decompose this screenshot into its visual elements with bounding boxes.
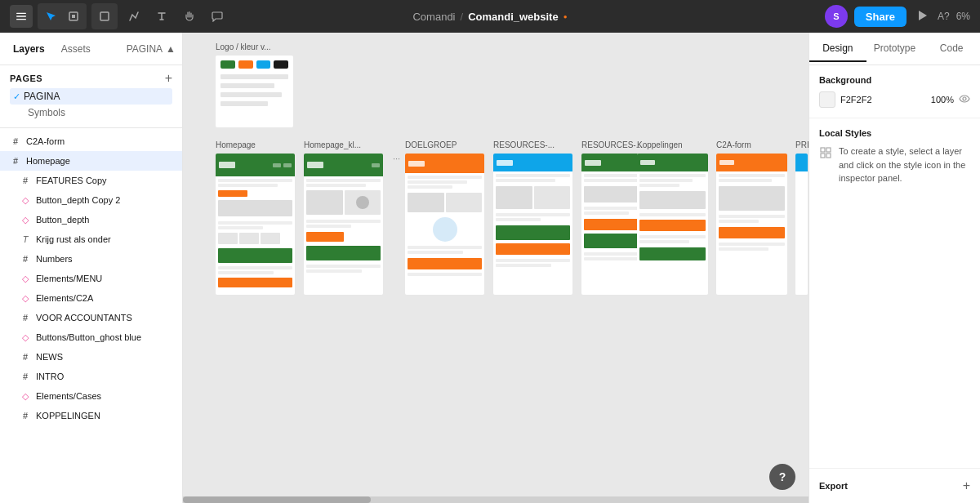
layer-button-ghost[interactable]: ◇ Buttons/Button_ghost blue <box>0 327 182 347</box>
pages-header: Pages + <box>10 72 172 85</box>
bg-color-swatch[interactable] <box>819 91 835 108</box>
frame-tool[interactable] <box>93 5 116 28</box>
pages-section: Pages + ✓ PAGINA Symbols <box>0 65 182 128</box>
frame-icon: # <box>10 156 21 166</box>
layer-label-news: NEWS <box>36 352 63 362</box>
diamond-icon: ◇ <box>20 332 31 343</box>
draw-tool[interactable] <box>122 5 145 28</box>
layer-label-menu: Elements/MENU <box>36 274 102 283</box>
layer-elements-menu[interactable]: ◇ Elements/MENU <box>0 269 182 288</box>
help-button[interactable]: ? <box>769 464 795 490</box>
style-hint-icon <box>819 146 832 185</box>
canvas-scrollbar-thumb <box>183 496 371 503</box>
left-panel: Layers Assets PAGINA ▲ Pages + ✓ PAGINA … <box>0 33 183 503</box>
frame-resources1[interactable] <box>493 154 572 295</box>
page-selector[interactable]: PAGINA ▲ <box>127 43 176 55</box>
layer-button-depth[interactable]: ◇ Button_depth <box>0 210 182 229</box>
layer-label-elemsc2a: Elements/C2A <box>36 293 93 303</box>
frame-homepage-kl[interactable] <box>304 154 383 295</box>
diamond-icon: ◇ <box>20 391 31 402</box>
frame-koppelingen-canvas[interactable] <box>637 154 708 295</box>
tab-code[interactable]: Code <box>923 36 980 62</box>
right-tabs: Design Prototype Code <box>809 33 980 65</box>
frame-label-resources1: RESOURCES-... <box>493 139 555 150</box>
layer-label-homepage: Homepage <box>26 156 70 166</box>
local-styles-hint: To create a style, select a layer and cl… <box>819 145 970 185</box>
slash: / <box>461 11 464 23</box>
visibility-toggle[interactable] <box>959 93 970 107</box>
diamond-icon: ◇ <box>20 215 31 225</box>
frame-logo[interactable] <box>216 56 293 127</box>
frame-pric[interactable] <box>795 154 808 295</box>
tab-prototype[interactable]: Prototype <box>866 36 924 62</box>
layer-intro[interactable]: # INTRO <box>0 367 182 386</box>
aa-label: A? <box>938 11 950 22</box>
layer-label-ghost: Buttons/Button_ghost blue <box>36 332 141 342</box>
frame-c2a-canvas[interactable] <box>716 154 787 295</box>
layer-label-btndepth: Button_depth <box>36 215 89 225</box>
scale-tool[interactable] <box>62 5 85 28</box>
add-page-button[interactable]: + <box>165 72 172 85</box>
page-item-symbols[interactable]: Symbols <box>10 105 172 121</box>
frame-homepage[interactable] <box>216 154 295 295</box>
frame-label-logo: Logo / kleur v... <box>216 41 271 52</box>
svg-rect-9 <box>826 148 831 152</box>
share-button[interactable]: Share <box>854 7 906 27</box>
frame-label-homepage-kl: Homepage_kl... <box>304 139 361 150</box>
layer-homepage[interactable]: # Homepage <box>0 151 182 171</box>
frame-label-koppelingen-canvas: Koppelingen <box>637 139 683 150</box>
play-button[interactable] <box>913 7 931 27</box>
tab-design[interactable]: Design <box>809 36 866 62</box>
layer-label-numbers: Numbers <box>36 254 73 264</box>
export-add-button[interactable]: + <box>963 479 970 493</box>
move-tool[interactable] <box>39 5 62 28</box>
background-section: Background F2F2F2 100% <box>809 65 980 118</box>
text-tool[interactable] <box>150 5 173 28</box>
menu-button[interactable] <box>10 5 33 28</box>
layer-elements-c2a[interactable]: ◇ Elements/C2A <box>0 288 182 308</box>
pages-title: Pages <box>10 73 42 83</box>
layer-c2a-form[interactable]: # C2A-form <box>0 131 182 151</box>
comment-tool[interactable] <box>206 5 229 28</box>
layers-section: # C2A-form # Homepage # FEATURES Copy ◇ … <box>0 128 182 503</box>
svg-rect-5 <box>100 12 109 20</box>
bg-hex-value: F2F2F2 <box>840 95 926 105</box>
tool-group-select <box>38 3 87 29</box>
layer-text-krijg[interactable]: T Krijg rust als onder <box>0 229 182 249</box>
panel-tabs: Layers Assets PAGINA ▲ <box>0 33 182 65</box>
local-styles-text: To create a style, select a layer and cl… <box>839 145 970 185</box>
canvas-scrollbar[interactable] <box>183 496 808 503</box>
frame-icon: # <box>20 372 31 381</box>
project-name: Comandi <box>412 11 455 23</box>
bg-row: F2F2F2 100% <box>819 91 970 108</box>
layer-label-features: FEATURES Copy <box>36 176 107 185</box>
layer-numbers[interactable]: # Numbers <box>0 249 182 269</box>
page-item-pagina[interactable]: ✓ PAGINA <box>10 88 172 105</box>
frame-icon: # <box>20 176 31 185</box>
frame-label-c2a-canvas: C2A-form <box>716 139 751 150</box>
layer-voor-accountants[interactable]: # VOOR ACCOUNTANTS <box>0 308 182 327</box>
tab-assets[interactable]: Assets <box>55 40 97 58</box>
avatar: S <box>825 5 848 28</box>
diamond-icon: ◇ <box>20 195 31 206</box>
canvas[interactable]: Logo / kleur v... Ho <box>183 33 808 503</box>
frame-icon: # <box>20 411 31 421</box>
frame-icon: # <box>20 352 31 362</box>
frame-doelgroep[interactable] <box>405 154 484 295</box>
layer-button-depth-copy[interactable]: ◇ Button_depth Copy 2 <box>0 190 182 210</box>
layer-news[interactable]: # NEWS <box>0 347 182 367</box>
frame-label-pric: PRIC... <box>795 139 808 150</box>
toolbar-left <box>10 3 229 29</box>
diamond-icon: ◇ <box>20 274 31 284</box>
toolbar-center: Comandi / Comandi_website ● <box>412 11 567 23</box>
layer-koppelingen[interactable]: # KOPPELINGEN <box>0 406 182 425</box>
tool-group-shapes <box>91 3 118 29</box>
hand-tool[interactable] <box>178 5 201 28</box>
main-content: Layers Assets PAGINA ▲ Pages + ✓ PAGINA … <box>0 33 980 503</box>
tab-layers[interactable]: Layers <box>7 40 51 58</box>
layer-features-copy[interactable]: # FEATURES Copy <box>0 171 182 190</box>
unsaved-dot: ● <box>564 13 568 20</box>
layer-elements-cases[interactable]: ◇ Elements/Cases <box>0 386 182 406</box>
svg-rect-2 <box>16 19 26 20</box>
page-label-pagina: PAGINA <box>24 91 60 102</box>
